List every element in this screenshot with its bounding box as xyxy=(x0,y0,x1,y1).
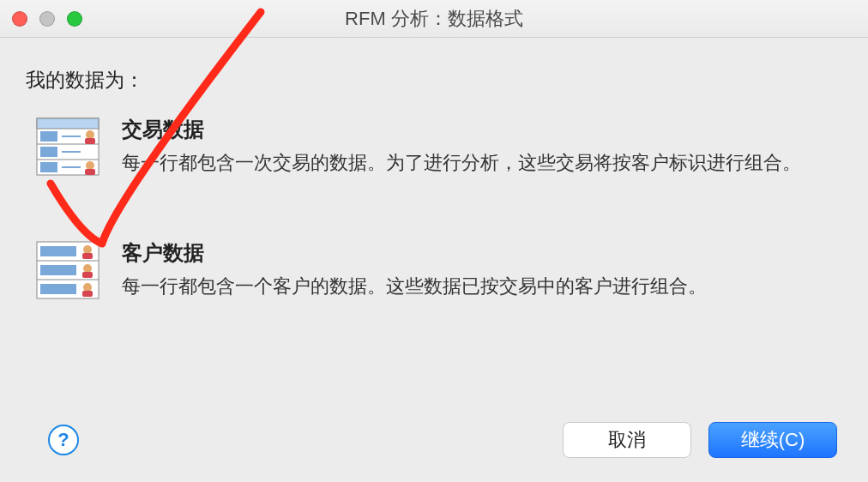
svg-point-22 xyxy=(83,264,92,273)
customer-data-icon xyxy=(36,239,99,299)
option-text: 客户数据 每一行都包含一个客户的数据。这些数据已按交易中的客户进行组合。 xyxy=(122,239,842,301)
svg-rect-19 xyxy=(40,284,76,294)
svg-rect-23 xyxy=(82,272,93,278)
cancel-button[interactable]: 取消 xyxy=(563,422,691,458)
window-minimize-button[interactable] xyxy=(39,11,55,27)
svg-rect-25 xyxy=(82,291,93,297)
svg-rect-1 xyxy=(37,118,99,129)
dialog-content: 我的数据为： xyxy=(0,38,868,482)
options-list: 交易数据 每一行都包含一次交易的数据。为了进行分析，这些交易将按客户标识进行组合… xyxy=(26,116,842,301)
svg-rect-6 xyxy=(40,162,57,172)
transaction-data-icon xyxy=(36,116,99,176)
svg-rect-11 xyxy=(85,138,95,144)
window-close-button[interactable] xyxy=(12,11,27,27)
svg-point-20 xyxy=(83,245,92,254)
window-title: RFM 分析：数据格式 xyxy=(0,6,868,32)
continue-button[interactable]: 继续(C) xyxy=(708,422,837,458)
svg-rect-4 xyxy=(40,131,57,142)
option-customer-data[interactable]: 客户数据 每一行都包含一个客户的数据。这些数据已按交易中的客户进行组合。 xyxy=(36,239,842,301)
prompt-label: 我的数据为： xyxy=(26,67,842,93)
option-title: 交易数据 xyxy=(122,116,808,143)
option-title: 客户数据 xyxy=(122,239,808,267)
option-description: 每一行都包含一次交易的数据。为了进行分析，这些交易将按客户标识进行组合。 xyxy=(122,148,808,178)
svg-rect-13 xyxy=(85,169,95,175)
cancel-button-label: 取消 xyxy=(608,427,646,453)
svg-rect-18 xyxy=(40,265,76,275)
button-bar: ? 取消 继续(C) xyxy=(0,422,868,458)
svg-point-24 xyxy=(83,283,92,292)
svg-rect-21 xyxy=(82,253,93,259)
continue-button-label: 继续(C) xyxy=(741,427,805,453)
svg-rect-17 xyxy=(40,246,76,256)
option-transaction-data[interactable]: 交易数据 每一行都包含一次交易的数据。为了进行分析，这些交易将按客户标识进行组合… xyxy=(36,116,842,178)
help-icon: ? xyxy=(57,429,69,451)
option-description: 每一行都包含一个客户的数据。这些数据已按交易中的客户进行组合。 xyxy=(122,272,808,301)
traffic-lights xyxy=(12,11,82,27)
svg-point-10 xyxy=(86,130,94,139)
option-text: 交易数据 每一行都包含一次交易的数据。为了进行分析，这些交易将按客户标识进行组合… xyxy=(122,116,842,178)
window-zoom-button[interactable] xyxy=(67,11,82,27)
title-bar: RFM 分析：数据格式 xyxy=(0,0,868,38)
svg-rect-5 xyxy=(40,147,57,157)
help-button[interactable]: ? xyxy=(48,425,79,455)
svg-point-12 xyxy=(86,161,94,170)
